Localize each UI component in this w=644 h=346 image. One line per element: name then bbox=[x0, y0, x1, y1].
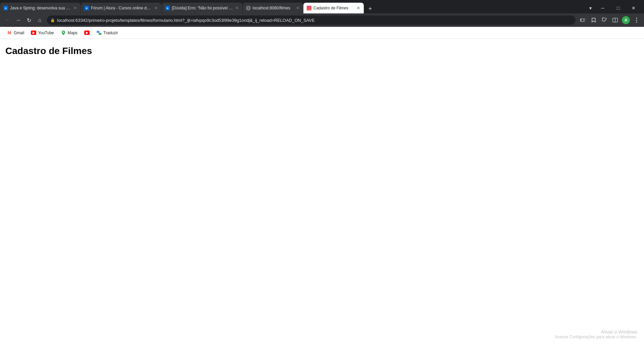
bookmark-button[interactable] bbox=[589, 15, 598, 25]
bookmark-maps[interactable]: Maps bbox=[58, 29, 80, 37]
maps-favicon bbox=[61, 30, 66, 36]
reload-button[interactable]: ↻ bbox=[24, 15, 34, 25]
youtube-favicon bbox=[31, 30, 36, 36]
browser-chrome: a Java e Spring: desenvolva sua pr... ✕ … bbox=[0, 0, 644, 39]
new-tab-button[interactable]: + bbox=[365, 4, 375, 13]
tab-label-2: Fórum | Alura - Cursos online de... bbox=[91, 6, 152, 10]
svg-text:文: 文 bbox=[99, 33, 101, 35]
windows-activate-title: Ativar o Windows bbox=[555, 329, 637, 335]
tab-label-3: [Dúvida] Erro: "Não foi possível c... bbox=[172, 6, 233, 10]
bookmark-traduzir[interactable]: A 文 Traduzir bbox=[94, 29, 121, 37]
tab-close-4[interactable]: ✕ bbox=[295, 5, 300, 11]
tab-favicon-1: a bbox=[3, 6, 8, 10]
browser-tab-2[interactable]: a Fórum | Alura - Cursos online de... ✕ bbox=[81, 3, 161, 13]
tab-favicon-3: a bbox=[165, 6, 170, 10]
more-tabs-button[interactable]: ▾ bbox=[586, 3, 595, 13]
tab-close-3[interactable]: ✕ bbox=[234, 5, 240, 11]
window-controls: ▾ ─ □ ✕ bbox=[586, 3, 644, 13]
tab-close-1[interactable]: ✕ bbox=[72, 5, 78, 11]
browser-tab-5[interactable]: Cadastro de Filmes ✕ bbox=[303, 3, 364, 13]
svg-point-11 bbox=[636, 22, 637, 23]
svg-text:A: A bbox=[97, 31, 98, 33]
browser-tab-4[interactable]: localhost:8080/filmes ✕ bbox=[243, 3, 303, 13]
home-button[interactable]: ⌂ bbox=[35, 15, 44, 25]
tab-label-5: Cadastro de Filmes bbox=[313, 6, 354, 10]
avatar: A bbox=[622, 16, 630, 24]
maximize-button[interactable]: □ bbox=[610, 3, 626, 13]
windows-activate-subtitle: Acesse Configurações para ativar o Windo… bbox=[555, 335, 637, 339]
extensions-button[interactable] bbox=[600, 15, 609, 25]
svg-point-9 bbox=[636, 18, 637, 19]
tab-favicon-5 bbox=[307, 6, 311, 10]
tab-label-4: localhost:8080/filmes bbox=[253, 6, 294, 10]
profile-button[interactable]: A bbox=[621, 15, 631, 25]
lock-icon: 🔒 bbox=[50, 18, 55, 22]
svg-point-12 bbox=[63, 32, 64, 33]
menu-button[interactable] bbox=[632, 15, 641, 25]
browser-tab-3[interactable]: a [Dúvida] Erro: "Não foi possível c... … bbox=[162, 3, 242, 13]
split-screen-button[interactable] bbox=[610, 15, 620, 25]
browser-tab-1[interactable]: a Java e Spring: desenvolva sua pr... ✕ bbox=[0, 3, 81, 13]
tab-bar: a Java e Spring: desenvolva sua pr... ✕ … bbox=[0, 0, 644, 13]
bookmark-gmail-label: Gmail bbox=[14, 31, 24, 35]
tab-favicon-4 bbox=[246, 6, 251, 10]
bookmark-youtube[interactable]: YouTube bbox=[28, 29, 56, 37]
bookmark-maps-label: Maps bbox=[68, 31, 78, 35]
minimize-button[interactable]: ─ bbox=[595, 3, 610, 13]
tab-favicon-2: a bbox=[84, 6, 89, 10]
navigation-bar: ← → ↻ ⌂ 🔒 localhost:63342/primeiro-proje… bbox=[0, 13, 644, 27]
address-bar[interactable]: 🔒 localhost:63342/primeiro-projeto/templ… bbox=[47, 15, 576, 25]
bookmark-youtube-label: YouTube bbox=[38, 31, 54, 35]
bookmark-traduzir-label: Traduzir bbox=[103, 31, 118, 35]
bookmark-youtube2[interactable] bbox=[82, 29, 92, 37]
url-text: localhost:63342/primeiro-projeto/templat… bbox=[57, 18, 315, 23]
back-button[interactable]: ← bbox=[3, 15, 12, 25]
cast-button[interactable] bbox=[578, 15, 588, 25]
tab-label-1: Java e Spring: desenvolva sua pr... bbox=[10, 6, 71, 10]
traduzir-favicon: A 文 bbox=[96, 30, 102, 36]
windows-watermark: Ativar o Windows Acesse Configurações pa… bbox=[555, 329, 637, 339]
gmail-favicon: M bbox=[7, 30, 12, 36]
bookmarks-bar: M Gmail YouTube Maps bbox=[0, 27, 644, 39]
close-button[interactable]: ✕ bbox=[626, 3, 641, 13]
svg-point-10 bbox=[636, 20, 637, 21]
youtube2-favicon bbox=[84, 30, 90, 36]
bookmark-gmail[interactable]: M Gmail bbox=[4, 29, 27, 37]
forward-button[interactable]: → bbox=[13, 15, 23, 25]
page-content: Cadastro de Filmes bbox=[0, 39, 644, 346]
page-title: Cadastro de Filmes bbox=[5, 46, 639, 56]
tab-close-2[interactable]: ✕ bbox=[153, 5, 159, 11]
tab-close-5[interactable]: ✕ bbox=[356, 5, 361, 11]
